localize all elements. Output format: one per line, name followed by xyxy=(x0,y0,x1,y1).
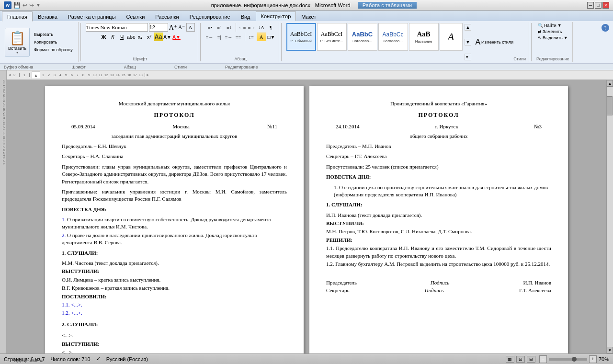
multilevel-list-button[interactable]: ≡↕ xyxy=(225,23,234,32)
bullet-list-button[interactable]: ≡• xyxy=(206,23,215,32)
font-color-aa-button[interactable]: Аа xyxy=(154,33,163,41)
font-group-label: Шрифт xyxy=(133,56,148,61)
view-buttons: ▦ ⊡ ⊞ xyxy=(506,356,535,363)
doc1-present: Присутствовали: главы управ муниципальны… xyxy=(62,163,287,185)
close-button[interactable]: ✕ xyxy=(602,2,609,9)
tab-home[interactable]: Главная xyxy=(2,11,33,22)
tab-konstruktor[interactable]: Конструктор xyxy=(256,11,296,21)
align-left-button[interactable]: ≡← xyxy=(205,33,214,41)
font-name-input[interactable] xyxy=(86,23,148,32)
view-print-button[interactable]: ▦ xyxy=(506,356,514,363)
scrollbar-vertical[interactable]: ▲ ▼ xyxy=(606,80,613,353)
view-web-button[interactable]: ⊞ xyxy=(527,356,535,363)
border-button[interactable]: □▼ xyxy=(267,33,276,41)
italic-button[interactable]: К xyxy=(109,33,117,41)
shrink-font-button[interactable]: A⁻ xyxy=(178,24,185,31)
style-normal[interactable]: AaBbCcI ↵ Обычный xyxy=(286,23,316,51)
tab-insert[interactable]: Вставка xyxy=(33,11,63,21)
styles-scroll-down[interactable]: ▼ xyxy=(465,39,472,46)
scroll-thumb[interactable] xyxy=(607,96,613,115)
align-right-button[interactable]: ≡→ xyxy=(225,33,233,41)
change-styles-button[interactable]: А Изменить стили xyxy=(475,38,513,46)
scroll-track[interactable] xyxy=(607,87,613,347)
zoom-slider[interactable] xyxy=(549,358,587,361)
show-formatting-button[interactable]: ¶ xyxy=(267,23,275,32)
styles-more[interactable]: ▾ xyxy=(465,54,472,60)
zoom-thumb[interactable] xyxy=(572,357,577,362)
select-dropdown[interactable]: ▼ xyxy=(564,35,568,40)
doc2-heard1: И.П. Иванова (текст доклада прилагается)… xyxy=(326,212,551,219)
tab-layout[interactable]: Разметка страницы xyxy=(63,11,121,21)
grow-font-button[interactable]: A⁺ xyxy=(169,23,177,32)
line-spacing-button[interactable]: ↕≡ xyxy=(247,33,256,41)
replace-button[interactable]: ⇄ Заменить xyxy=(538,29,568,34)
subscript-button[interactable]: x₂ xyxy=(136,33,145,41)
quick-access-redo[interactable]: ↪ xyxy=(29,2,34,9)
style-normal-label: ↵ Обычный xyxy=(290,39,312,43)
highlight-button[interactable]: А▼ xyxy=(163,33,172,41)
doc1-spoke-title2: ВЫСТУПИЛИ: xyxy=(62,341,287,348)
align-center-button[interactable]: ≡| xyxy=(215,33,224,41)
doc1-number: №11 xyxy=(267,123,277,130)
word-icon: W xyxy=(4,1,11,9)
minimize-button[interactable]: ─ xyxy=(587,2,594,9)
doc1-spoke-title1: ВЫСТУПИЛИ: xyxy=(62,268,287,275)
doc2-number: №3 xyxy=(534,123,542,130)
help-button[interactable]: ? xyxy=(602,24,609,32)
doc-main: ◄ 2 1 ▲ 1 2 3 4 5 6 7 8 9 10 11 12 13 14 xyxy=(7,70,613,353)
zoom-in-button[interactable]: + xyxy=(589,355,597,363)
quick-access-dropdown[interactable]: ▼ xyxy=(36,2,41,8)
increase-indent-button[interactable]: ≡→ xyxy=(248,23,256,32)
cut-button[interactable]: Вырезать xyxy=(32,31,75,38)
scroll-down-button[interactable]: ▼ xyxy=(607,347,613,353)
style-no-spacing[interactable]: AaBbCcI ↵ Без инте... xyxy=(317,23,347,51)
font-color-button[interactable]: А▼ xyxy=(172,33,181,41)
paste-dropdown-icon[interactable]: ▼ xyxy=(16,51,19,54)
find-dropdown[interactable]: ▼ xyxy=(557,23,562,28)
maximize-button[interactable]: □ xyxy=(595,2,602,9)
window-controls[interactable]: ─ □ ✕ xyxy=(587,2,609,9)
quick-access-undo[interactable]: ↩ xyxy=(23,2,27,9)
font-size-input[interactable] xyxy=(149,23,168,32)
clear-format-button[interactable]: A xyxy=(186,23,195,32)
styles-scroll-up[interactable]: ▲ xyxy=(465,24,472,31)
page-1: Московский департамент муниципального жи… xyxy=(45,86,304,353)
numbered-list-button[interactable]: ≡1 xyxy=(216,23,224,32)
decrease-indent-button[interactable]: ←≡ xyxy=(238,23,247,32)
tab-maket[interactable]: Макет xyxy=(296,11,321,21)
find-button[interactable]: 🔍 Найти ▼ xyxy=(538,23,568,28)
view-full-button[interactable]: ⊡ xyxy=(516,356,525,363)
bold-button[interactable]: Ж xyxy=(100,33,108,41)
clipboard-group-label-bar: Буфер обмена xyxy=(4,65,33,69)
doc2-agenda-1-text: О создании цеха по производству строител… xyxy=(334,184,548,197)
clipboard-label: Буфер обмена xyxy=(0,357,57,363)
style-6[interactable]: А xyxy=(440,23,463,51)
sort-button[interactable]: ↕A xyxy=(257,23,266,32)
tab-references[interactable]: Ссылки xyxy=(121,11,150,21)
paste-button[interactable]: 📋 Вставить ▼ xyxy=(5,28,30,57)
scroll-up-button[interactable]: ▲ xyxy=(607,80,613,87)
underline-button[interactable]: Ч xyxy=(118,33,126,41)
style-heading1[interactable]: AaBbC Заголово... xyxy=(348,23,377,51)
tab-view[interactable]: Вид xyxy=(236,11,256,21)
strikethrough-button[interactable]: abc xyxy=(127,33,136,41)
tab-review[interactable]: Рецензирование xyxy=(184,11,236,21)
doc2-decided-title1: РЕШИЛИ: xyxy=(326,237,551,244)
table-tools-badge: Работа с таблицами xyxy=(358,2,417,9)
tab-mailings[interactable]: Рассылки xyxy=(150,11,184,21)
justify-button[interactable]: ≡≡ xyxy=(234,33,243,41)
format-painter-button[interactable]: Формат по образцу xyxy=(32,46,75,53)
style-heading2[interactable]: AaBbCc Заголово... xyxy=(378,23,408,51)
quick-access-save[interactable]: 💾 xyxy=(13,2,21,9)
zoom-out-button[interactable]: − xyxy=(539,355,547,363)
editing-buttons: 🔍 Найти ▼ ⇄ Заменить ↖ Выделить ▼ xyxy=(538,23,568,40)
select-button[interactable]: ↖ Выделить ▼ xyxy=(538,35,568,40)
style-title[interactable]: АаВ Название xyxy=(409,23,439,51)
superscript-button[interactable]: x² xyxy=(145,33,154,41)
shading-button[interactable]: A xyxy=(257,33,266,41)
doc2-sign1: Подпись xyxy=(431,279,450,286)
pages-scroll[interactable]: Московский департамент муниципального жи… xyxy=(7,80,606,353)
doc2-sign2: Подпись xyxy=(425,287,444,294)
doc1-heard1: М.М. Чистова (текст доклада прилагается)… xyxy=(62,260,287,267)
copy-button[interactable]: Копировать xyxy=(32,39,75,46)
